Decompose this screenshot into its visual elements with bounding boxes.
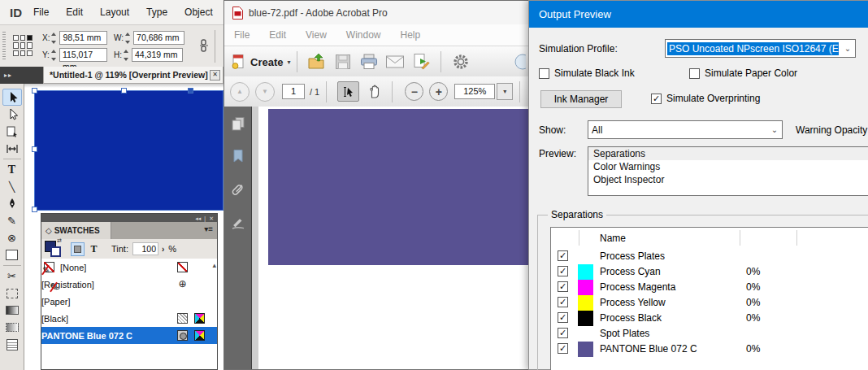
stroke-proxy[interactable] [50,246,61,257]
plate-checkbox[interactable] [558,297,568,307]
separation-row[interactable]: Process Cyan 0% [551,264,868,280]
plate-checkbox[interactable] [558,328,568,338]
chevron-down-icon[interactable]: ⌄ [840,44,855,53]
email-icon[interactable] [384,51,406,72]
clipped-toolbar-icon[interactable] [506,51,527,72]
panel-grip[interactable] [2,32,6,61]
swatch-row[interactable]: PANTONE Blue 072 C ▴ [41,327,217,344]
panel-dock-strip[interactable]: ▸▸ [0,67,43,84]
h-input[interactable]: 44,319 mm [132,48,183,62]
rectangle-tool[interactable] [2,246,22,263]
hand-tool-button[interactable] [363,81,385,102]
select-tool-button[interactable] [337,81,359,102]
tint-dropdown-icon[interactable]: › [162,245,164,254]
simulate-paper-color-row[interactable]: Simulate Paper Color [689,67,797,79]
ink-manager-button[interactable]: Ink Manager [540,90,622,108]
swatch-row[interactable]: [Black] ▴ [41,310,217,327]
zoom-in-button[interactable]: + [429,82,448,101]
note-tool[interactable] [2,336,22,353]
selection-handle[interactable] [32,146,37,152]
plate-checkbox[interactable] [558,281,568,292]
menu-item[interactable]: Object [184,7,213,18]
document-tab[interactable]: *Untitled-1 @ 119% [Overprint Preview] ✕ [43,67,224,84]
pen-tool[interactable] [2,195,22,212]
scroll-up-icon[interactable]: ▴ [212,261,216,269]
print-icon[interactable] [358,51,380,72]
close-panel-icon[interactable]: ✕ [209,215,214,221]
pencil-tool[interactable] [2,212,22,229]
simulation-profile-combobox[interactable]: PSO Uncoated NPscreen ISO12647 (ECI) ⌄ [665,39,856,58]
attachments-paperclip-icon[interactable] [232,181,245,198]
menu-item[interactable]: Type [146,7,167,18]
selection-handle[interactable] [121,88,127,94]
panel-menu-icon[interactable]: ▾≡ [204,222,217,239]
zoom-level-input[interactable]: 125% [454,84,495,99]
swatches-tab[interactable]: ◇ SWATCHES [41,222,111,239]
formatting-affects-container-button[interactable] [71,242,85,256]
menu-item[interactable]: File [33,7,49,18]
separation-row[interactable]: Process Black 0% [551,311,868,326]
menu-item[interactable]: File [234,29,250,41]
next-page-button[interactable]: ▼ [255,82,275,102]
selection-handle[interactable] [32,207,37,212]
plate-checkbox[interactable] [558,266,568,276]
dialog-titlebar[interactable]: Output Preview [529,1,868,28]
forms-share-icon[interactable] [410,51,432,72]
menu-item[interactable]: Layout [100,7,129,18]
separation-row[interactable]: Process Yellow 0% [551,295,868,311]
open-file-icon[interactable] [306,51,328,72]
menu-item[interactable]: Edit [66,7,83,18]
y-input[interactable]: 115,017 mm [59,48,107,62]
x-stepper[interactable] [51,33,58,44]
collapse-panel-icon[interactable]: ◂◂ [195,215,201,221]
page-number-input[interactable]: 1 [282,84,305,99]
selection-tool[interactable] [2,89,22,106]
free-transform-tool[interactable] [2,285,22,302]
w-input[interactable]: 70,686 mm [133,31,184,45]
direct-selection-tool[interactable] [2,106,22,123]
gap-tool[interactable] [2,140,22,157]
swatch-row[interactable]: [Paper] ▴ [41,293,217,310]
plate-checkbox[interactable] [558,343,568,354]
w-stepper[interactable] [125,33,132,44]
menu-item[interactable]: Edit [269,29,286,41]
menu-item[interactable]: Help [401,29,421,41]
line-tool[interactable] [2,178,22,195]
chevron-down-icon[interactable]: ⌄ [767,125,782,134]
simulate-overprinting-checkbox[interactable] [651,94,662,104]
preview-list-item[interactable]: Object Inspector [588,173,868,186]
scissors-tool[interactable] [2,268,22,285]
page-thumbnails-icon[interactable] [231,116,245,131]
separation-row[interactable]: PANTONE Blue 072 C 0% [551,342,868,357]
plate-checkbox[interactable] [558,312,568,323]
menu-item[interactable]: Window [346,29,381,41]
zoom-out-button[interactable]: − [405,82,423,101]
h-stepper[interactable] [124,50,130,61]
selection-handle-active[interactable] [188,88,193,94]
signature-icon[interactable] [231,215,245,230]
tint-input[interactable]: 100 [132,242,158,255]
tab-close-icon[interactable]: ✕ [210,70,220,81]
menu-item[interactable]: View [306,29,327,41]
create-button[interactable]: Create ▾ [230,54,290,70]
simulate-black-ink-checkbox[interactable] [539,68,549,79]
constrain-proportions-icon[interactable] [198,39,210,52]
save-icon[interactable] [332,51,354,72]
dock-expand-icon[interactable]: ▸▸ [4,72,12,79]
gradient-feather-tool[interactable] [2,319,22,336]
separation-row[interactable]: Process Plates [551,249,868,264]
zoom-dropdown-button[interactable]: ▾ [497,83,513,100]
swatch-row[interactable]: [None] ▴ [41,259,217,276]
frame-ellipse-tool[interactable] [2,229,22,246]
simulate-black-ink-row[interactable]: Simulate Black Ink [539,67,635,79]
simulate-paper-color-checkbox[interactable] [689,68,700,79]
separation-row[interactable]: Process Magenta 0% [551,280,868,295]
simulate-overprinting-row[interactable]: Simulate Overprinting [651,93,760,104]
pdf-page[interactable] [258,107,535,369]
artwork-blue-rectangle[interactable] [34,90,224,211]
x-input[interactable]: 98,51 mm [59,31,107,45]
preview-list-item[interactable]: Color Warnings [588,160,868,173]
y-stepper[interactable] [51,50,58,61]
gradient-swatch-tool[interactable] [2,302,22,319]
show-combobox[interactable]: All ⌄ [588,120,783,139]
